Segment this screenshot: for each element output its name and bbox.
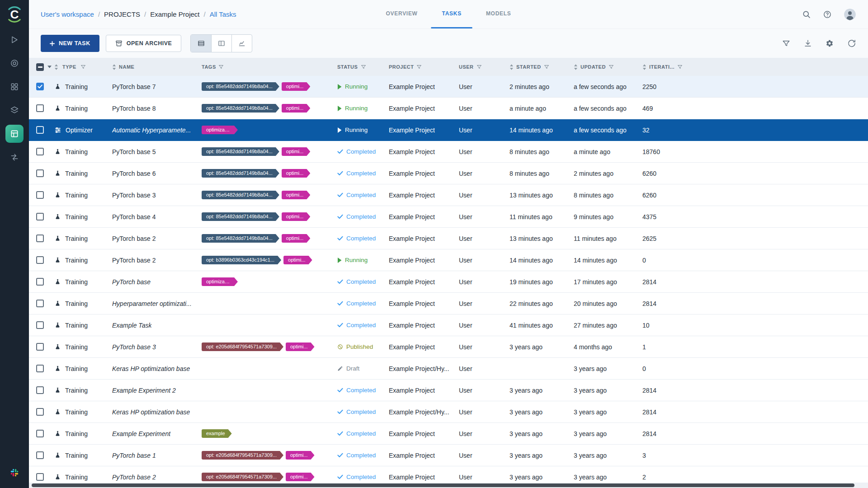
tag-pill[interactable]: optimi... [282,104,311,113]
row-checkbox[interactable] [36,430,44,437]
tag-pill[interactable]: optimi... [286,343,315,351]
breadcrumb-item[interactable]: User's workspace [41,10,94,18]
tag-pill[interactable]: opt: e205d684f7954571a7309... [202,343,283,351]
tag-pill[interactable]: optimi... [282,82,311,91]
column-label-updated[interactable]: UPDATED [580,64,606,70]
task-row[interactable]: TrainingExample TaskCompletedExample Pro… [29,314,868,336]
clearml-logo[interactable]: C [4,4,25,25]
sort-icon[interactable] [54,64,58,70]
tag-pill[interactable]: optimi... [282,169,311,178]
tab-tasks[interactable]: TASKS [431,0,472,28]
tag-pill[interactable]: optimi... [283,256,312,264]
task-row[interactable]: TrainingPyTorch base 3opt: 85e5482ddd714… [29,184,868,206]
sidebar-item-getting-started[interactable] [5,31,24,49]
tag-pill[interactable]: example [202,429,232,438]
compare-view-button[interactable] [231,35,252,52]
row-checkbox[interactable] [36,473,44,481]
new-task-button[interactable]: NEW TASK [41,35,99,52]
tag-pill[interactable]: opt: 85e5482ddd7149b8a04... [202,169,279,178]
task-row[interactable]: TrainingPyTorch base 4opt: 85e5482ddd714… [29,206,868,228]
row-checkbox[interactable] [36,213,44,221]
row-checkbox[interactable] [36,386,44,394]
tag-pill[interactable]: optimi... [282,234,311,243]
tag-pill[interactable]: optimi... [286,451,315,460]
task-row[interactable]: TrainingPyTorch base 2opt: 85e5482ddd714… [29,228,868,249]
tab-models[interactable]: MODELS [475,0,522,28]
task-row[interactable]: TrainingKeras HP optimization baseComple… [29,401,868,423]
task-row[interactable]: TrainingPyTorch base 1opt: e205d684f7954… [29,445,868,466]
details-view-button[interactable] [211,35,231,52]
tag-pill[interactable]: optimization [202,277,238,286]
tag-pill[interactable]: opt: 85e5482ddd7149b8a04... [202,212,279,221]
filter-icon[interactable] [80,64,86,70]
task-row[interactable]: OptimizerAutomatic Hyperparamete...optim… [29,119,868,141]
filter-icon[interactable] [677,64,683,70]
tag-pill[interactable]: optimi... [282,212,311,221]
task-row[interactable]: TrainingExample Experiment 2CompletedExa… [29,380,868,401]
task-row[interactable]: TrainingPyTorch base 7opt: 85e5482ddd714… [29,76,868,98]
row-checkbox[interactable] [36,365,44,372]
tag-pill[interactable]: opt: b3896b0363cd43c194c1... [202,256,281,264]
row-checkbox[interactable] [36,321,44,329]
auto-refresh-icon[interactable] [847,39,856,48]
column-label-started[interactable]: STARTED [516,64,541,70]
task-row[interactable]: TrainingPyTorch base 3opt: e205d684f7954… [29,336,868,358]
column-label-type[interactable]: TYPE [62,64,76,70]
tag-pill[interactable]: optimi... [282,147,311,156]
task-row[interactable]: TrainingPyTorch base 6opt: 85e5482ddd714… [29,163,868,184]
table-view-button[interactable] [191,35,211,52]
task-row[interactable]: TrainingPyTorch baseoptimizationComplete… [29,271,868,293]
task-row[interactable]: TrainingPyTorch base 2opt: e205d684f7954… [29,466,868,483]
filter-icon[interactable] [476,64,482,70]
task-row[interactable]: TrainingKeras HP optimization baseDraftE… [29,358,868,380]
tag-pill[interactable]: opt: 85e5482ddd7149b8a04... [202,82,279,91]
column-label-name[interactable]: NAME [119,64,134,70]
row-checkbox[interactable] [36,408,44,416]
row-checkbox[interactable] [36,83,44,90]
horizontal-scrollbar[interactable] [29,483,868,488]
sidebar-item-slack-community[interactable] [5,464,24,482]
tag-pill[interactable]: opt: e205d684f7954571a7309... [202,473,283,481]
task-row[interactable]: TrainingPyTorch base 2opt: b3896b0363cd4… [29,249,868,271]
column-label-iter[interactable]: ITERATI... [649,64,675,70]
task-row[interactable]: TrainingHyperparameter optimizati...Comp… [29,293,868,314]
tag-pill[interactable]: opt: 85e5482ddd7149b8a04... [202,104,279,113]
row-checkbox[interactable] [36,451,44,459]
filter-icon[interactable] [609,64,614,70]
sidebar-item-experiments[interactable] [5,125,24,143]
open-archive-button[interactable]: OPEN ARCHIVE [106,35,182,52]
sort-icon[interactable] [112,64,116,70]
row-checkbox[interactable] [36,104,44,112]
row-checkbox[interactable] [36,191,44,199]
breadcrumb-item[interactable]: All Tasks [210,10,236,18]
tag-pill[interactable]: opt: 85e5482ddd7149b8a04... [202,191,279,199]
user-avatar-icon[interactable] [844,8,856,21]
filter-icon[interactable] [361,64,366,70]
sort-icon[interactable] [509,64,514,70]
settings-icon[interactable] [826,39,834,47]
select-all-caret-icon[interactable] [47,66,52,68]
row-checkbox[interactable] [36,148,44,155]
select-all-checkbox[interactable] [36,63,44,71]
row-checkbox[interactable] [36,343,44,351]
sort-icon[interactable] [574,64,578,70]
row-checkbox[interactable] [36,278,44,286]
tag-pill[interactable]: optimization [202,126,238,134]
tab-overview[interactable]: OVERVIEW [375,0,429,28]
task-row[interactable]: TrainingPyTorch base 5opt: 85e5482ddd714… [29,141,868,163]
help-icon[interactable] [823,10,832,19]
tag-pill[interactable]: opt: 85e5482ddd7149b8a04... [202,147,279,156]
horizontal-scrollbar-thumb[interactable] [32,483,854,487]
tag-pill[interactable]: opt: e205d684f7954571a7309... [202,451,283,460]
task-row[interactable]: TrainingPyTorch base 8opt: 85e5482ddd714… [29,98,868,119]
search-icon[interactable] [802,10,811,19]
sidebar-item-projects[interactable] [5,78,24,96]
row-checkbox[interactable] [36,169,44,177]
sidebar-item-pipelines[interactable] [5,148,24,166]
download-icon[interactable] [804,39,812,47]
filter-icon[interactable] [782,39,790,47]
tag-pill[interactable]: opt: 85e5482ddd7149b8a04... [202,234,279,243]
row-checkbox[interactable] [36,300,44,307]
sidebar-item-dashboard[interactable] [5,54,24,72]
sidebar-item-datasets[interactable] [5,101,24,119]
